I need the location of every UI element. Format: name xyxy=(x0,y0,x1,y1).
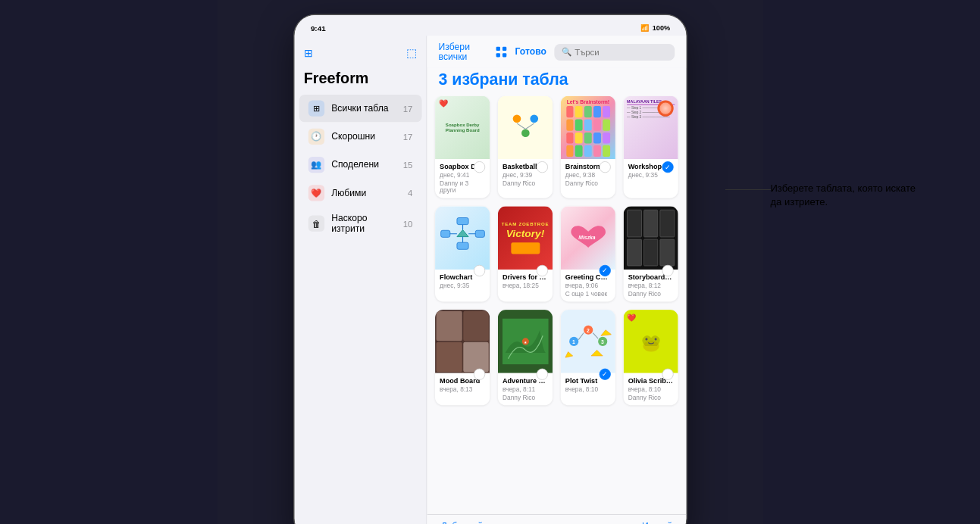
board-author-olivia: Danny Rico xyxy=(628,394,673,401)
sidebar-item-shared[interactable]: 👥 Споделени 15 xyxy=(299,151,421,178)
wifi-icon: 📶 xyxy=(640,23,648,32)
svg-line-8 xyxy=(524,123,533,129)
svg-marker-31 xyxy=(600,330,611,336)
heart-icon: ❤️ xyxy=(438,99,447,108)
board-card-workshop[interactable]: MALAYAAN TILES — Step 1 ———————— — Step … xyxy=(623,95,678,198)
sidebar-label-favorites: Любими xyxy=(331,188,401,198)
sidebar-item-recent[interactable]: 🕐 Скорошни 17 xyxy=(299,123,421,150)
sidebar-icon-shared: 👥 xyxy=(308,157,324,173)
board-card-storyboard[interactable]: Storyboard 💬вчера, 8:12Danny Rico xyxy=(623,206,678,301)
svg-point-4 xyxy=(512,114,521,123)
sidebar-icon-deleted: 🗑 xyxy=(308,215,324,231)
sidebar-icon-favorites: ❤️ xyxy=(308,185,324,201)
sidebar-icon-all: ⊞ xyxy=(308,100,324,116)
board-author-storyboard: Danny Rico xyxy=(628,290,673,297)
board-card-drivers[interactable]: TEAM ZOEBTROE Victory! Drivers for Derby… xyxy=(497,206,552,301)
search-icon: 🔍 xyxy=(561,48,571,57)
battery: 100% xyxy=(652,23,669,32)
sidebar-count-recent: 17 xyxy=(402,132,412,142)
board-card-flowchart[interactable]: Flowchartднес, 9:35 xyxy=(435,206,490,301)
sidebar-count-favorites: 4 xyxy=(408,188,412,198)
svg-rect-3 xyxy=(502,53,506,57)
select-all-button[interactable]: Избери всички xyxy=(438,42,487,62)
board-card-plot[interactable]: 1 2 3 ✓Plot Twistвчера, 8:10 xyxy=(560,310,615,405)
sidebar-item-deleted[interactable]: 🗑 Наскоро изтрити 10 xyxy=(299,207,421,240)
svg-rect-0 xyxy=(496,47,499,51)
svg-marker-11 xyxy=(456,229,468,236)
svg-rect-17 xyxy=(456,242,468,249)
board-author-basketball: Danny Rico xyxy=(502,179,547,186)
sidebar-toggle-icon[interactable]: ⊞ xyxy=(303,47,312,60)
svg-marker-32 xyxy=(565,352,572,358)
sidebar-item-all[interactable]: ⊞ Всички табла 17 xyxy=(299,95,421,122)
sidebar-count-deleted: 10 xyxy=(402,219,412,229)
board-card-brainstorm[interactable]: Let's Brainstorm!Brainstorm Session 💬дне… xyxy=(560,95,615,198)
sidebar-label-all: Всички табла xyxy=(331,103,396,114)
board-date-plot: вчера, 8:10 xyxy=(565,385,610,392)
done-button[interactable]: Готово xyxy=(515,47,546,58)
svg-rect-1 xyxy=(502,47,506,51)
board-date-storyboard: вчера, 8:12 xyxy=(628,282,673,289)
board-date-olivia: вчера, 8:10 xyxy=(628,385,673,392)
board-author-soapbox: Danny и 3 други xyxy=(440,179,485,193)
boards-grid-area: Soapbox Derby Planning Board❤️Soapbox De… xyxy=(427,95,686,514)
sidebar: ⊞ ⬚ Freeform ⊞ Всички табла 17 🕐 Скорошн… xyxy=(294,36,427,524)
check-circle-soapbox[interactable] xyxy=(473,161,484,173)
svg-text:3: 3 xyxy=(600,339,603,345)
sidebar-count-shared: 15 xyxy=(402,160,412,170)
callout-1: Изберете таблата, която искате да изтрие… xyxy=(771,182,922,209)
board-card-olivia[interactable]: ❤️Olivia Scribble Game 💬вчера, 8:10Danny… xyxy=(623,310,678,405)
app-title: Freeform xyxy=(303,69,368,86)
board-card-greeting[interactable]: Miszka ✓Greeting Card to Sign 💬вчера, 9:… xyxy=(560,206,615,301)
sidebar-item-favorites[interactable]: ❤️ Любими 4 xyxy=(299,179,421,207)
sidebar-label-recent: Скорошни xyxy=(331,132,396,142)
check-circle-plot[interactable]: ✓ xyxy=(599,369,610,380)
check-circle-storyboard[interactable] xyxy=(662,265,673,276)
sidebar-count-all: 17 xyxy=(402,104,412,114)
svg-line-7 xyxy=(516,123,524,129)
check-circle-olivia[interactable] xyxy=(662,369,673,380)
check-circle-drivers[interactable] xyxy=(536,265,547,276)
svg-rect-15 xyxy=(474,230,484,237)
svg-rect-13 xyxy=(440,230,449,237)
check-circle-mood[interactable] xyxy=(473,369,484,380)
check-circle-flowchart[interactable] xyxy=(473,265,484,276)
sidebar-icon-recent: 🕐 xyxy=(308,129,324,145)
svg-text:2: 2 xyxy=(586,328,589,333)
check-circle-workshop[interactable]: ✓ xyxy=(662,161,673,173)
status-bar: 9:41 📶 100% xyxy=(294,15,686,36)
bottom-bar: Дублирай Изтрий xyxy=(427,514,686,524)
board-card-adventure[interactable]: ★ Adventure Map 💬вчера, 8:11Danny Rico xyxy=(497,310,552,405)
svg-point-5 xyxy=(530,114,538,123)
board-author-brainstorm: Danny Rico xyxy=(565,179,610,186)
board-author-adventure: Danny Rico xyxy=(502,394,547,401)
svg-rect-9 xyxy=(456,218,468,225)
check-circle-greeting[interactable]: ✓ xyxy=(599,265,610,276)
heart-icon: ❤️ xyxy=(627,313,636,322)
check-circle-brainstorm[interactable] xyxy=(599,161,610,173)
board-date-drivers: вчера, 18:25 xyxy=(502,282,547,289)
search-input[interactable] xyxy=(575,47,684,57)
board-card-soapbox[interactable]: Soapbox Derby Planning Board❤️Soapbox De… xyxy=(435,95,490,198)
new-board-icon[interactable]: ⬚ xyxy=(406,46,417,60)
grid-view-icon[interactable] xyxy=(495,46,506,58)
page-title: 3 избрани табла xyxy=(427,68,686,95)
svg-line-28 xyxy=(578,333,583,340)
svg-rect-2 xyxy=(496,53,499,57)
svg-line-29 xyxy=(592,333,597,339)
search-bar[interactable]: 🔍 🎤 xyxy=(554,44,675,61)
board-date-greeting: вчера, 9:06 xyxy=(565,282,610,289)
board-card-mood[interactable]: Mood Boardвчера, 8:13 xyxy=(435,310,490,405)
board-card-basketball[interactable]: Basketball 💬днес, 9:39Danny Rico xyxy=(497,95,552,198)
sidebar-label-deleted: Наскоро изтрити xyxy=(331,213,396,233)
toolbar: Избери всички Готово 🔍 xyxy=(427,36,686,68)
svg-marker-30 xyxy=(590,350,602,356)
check-circle-adventure[interactable] xyxy=(536,369,547,380)
svg-text:★: ★ xyxy=(523,340,527,345)
status-time: 9:41 xyxy=(310,23,325,32)
check-circle-basketball[interactable] xyxy=(536,161,547,173)
sidebar-label-shared: Споделени xyxy=(331,160,396,170)
board-date-mood: вчера, 8:13 xyxy=(440,385,485,392)
board-date-adventure: вчера, 8:11 xyxy=(502,385,547,392)
board-date-flowchart: днес, 9:35 xyxy=(440,282,485,289)
